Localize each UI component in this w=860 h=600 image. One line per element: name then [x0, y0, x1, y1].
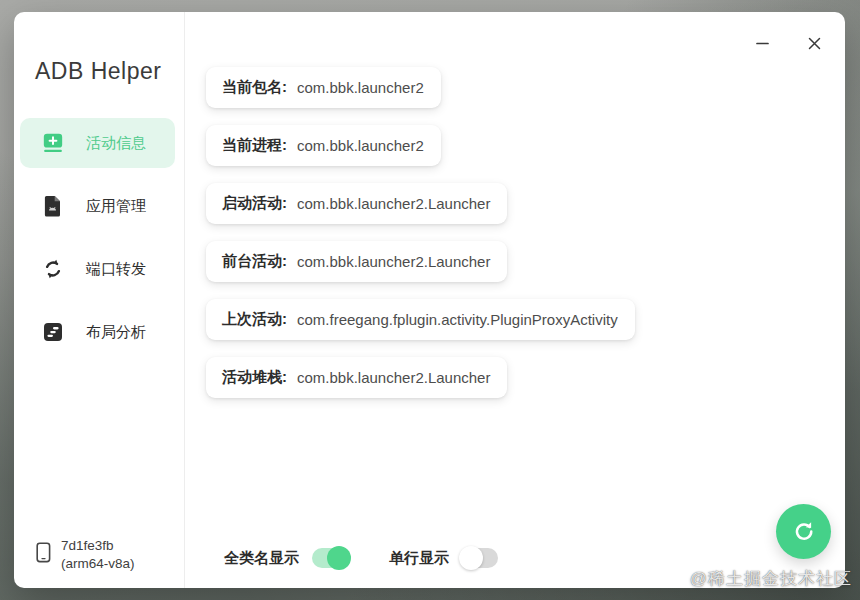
field-card-package: 当前包名: com.bbk.launcher2 — [206, 67, 441, 108]
phone-icon — [36, 542, 51, 567]
field-value: com.bbk.launcher2 — [297, 79, 424, 96]
toggle-label: 单行显示 — [389, 549, 449, 568]
sidebar-item-app-manage[interactable]: 应用管理 — [20, 181, 175, 231]
sidebar-item-layout-analyze[interactable]: 布局分析 — [20, 307, 175, 357]
field-card-process: 当前进程: com.bbk.launcher2 — [206, 125, 441, 166]
field-value: com.bbk.launcher2.Launcher — [297, 253, 490, 270]
field-label: 活动堆栈: — [222, 368, 287, 387]
device-serial: 7d1fe3fb — [61, 537, 135, 554]
sidebar: ADB Helper 活动信息 — [14, 12, 185, 588]
field-value: com.bbk.launcher2.Launcher — [297, 195, 490, 212]
watermark: @稀土掘金技术社区 — [690, 567, 852, 590]
layout-bars-icon — [42, 321, 64, 343]
refresh-icon — [791, 519, 817, 545]
field-card-activity-stack: 活动堆栈: com.bbk.launcher2.Launcher — [206, 357, 507, 398]
full-class-name-toggle[interactable] — [312, 548, 348, 568]
field-card-launch-activity: 启动活动: com.bbk.launcher2.Launcher — [206, 183, 507, 224]
footer-toggles: 全类名显示 单行显示 — [224, 548, 498, 568]
field-value: com.freegang.fplugin.activity.PluginProx… — [297, 311, 618, 328]
toggle-knob — [327, 546, 351, 570]
sidebar-item-activity-info[interactable]: 活动信息 — [20, 118, 175, 168]
sidebar-item-label: 应用管理 — [86, 197, 146, 216]
device-info: 7d1fe3fb (arm64-v8a) — [36, 537, 135, 572]
app-title: ADB Helper — [35, 58, 184, 85]
port-sync-icon — [42, 258, 64, 280]
main-content: 当前包名: com.bbk.launcher2 当前进程: com.bbk.la… — [185, 12, 845, 588]
sidebar-item-label: 活动信息 — [86, 134, 146, 153]
field-label: 当前进程: — [222, 136, 287, 155]
field-card-last-activity: 上次活动: com.freegang.fplugin.activity.Plug… — [206, 299, 635, 340]
field-value: com.bbk.launcher2.Launcher — [297, 369, 490, 386]
field-label: 当前包名: — [222, 78, 287, 97]
toggle-group-full-class-name: 全类名显示 — [224, 548, 348, 568]
field-label: 前台活动: — [222, 252, 287, 271]
minimize-button[interactable] — [753, 34, 771, 52]
device-text: 7d1fe3fb (arm64-v8a) — [61, 537, 135, 572]
close-icon — [807, 36, 822, 51]
field-label: 上次活动: — [222, 310, 287, 329]
sidebar-item-label: 布局分析 — [86, 323, 146, 342]
refresh-button[interactable] — [776, 504, 831, 559]
app-file-icon — [42, 195, 64, 217]
device-abi: (arm64-v8a) — [61, 555, 135, 572]
minimize-icon — [755, 36, 770, 51]
sidebar-item-port-forward[interactable]: 端口转发 — [20, 244, 175, 294]
sidebar-nav: 活动信息 应用管理 — [14, 118, 184, 357]
sidebar-item-label: 端口转发 — [86, 260, 146, 279]
single-line-toggle[interactable] — [462, 548, 498, 568]
field-value: com.bbk.launcher2 — [297, 137, 424, 154]
toggle-knob — [459, 546, 483, 570]
field-card-foreground-activity: 前台活动: com.bbk.launcher2.Launcher — [206, 241, 507, 282]
activity-plus-icon — [42, 132, 64, 154]
toggle-group-single-line: 单行显示 — [389, 548, 498, 568]
window-controls — [753, 34, 823, 52]
field-label: 启动活动: — [222, 194, 287, 213]
close-button[interactable] — [805, 34, 823, 52]
app-window: ADB Helper 活动信息 — [14, 12, 845, 588]
toggle-label: 全类名显示 — [224, 549, 299, 568]
